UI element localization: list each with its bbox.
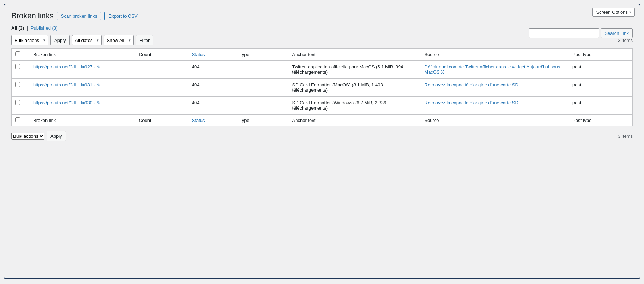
top-apply-button[interactable]: Apply <box>50 35 70 45</box>
row-checkbox[interactable] <box>15 82 20 87</box>
broken-links-table: Broken link Count Status Type Anchor tex… <box>12 49 632 126</box>
broken-link-anchor[interactable]: https://protuts.net/?dl_id=930 - <box>33 100 95 105</box>
source-cell: Retrouvez la capacité d'origine d'une ca… <box>421 97 569 115</box>
post-type-footer: Post type <box>569 115 632 126</box>
broken-link-anchor[interactable]: https://protuts.net/?dl_id=927 - <box>33 64 95 69</box>
broken-link-cell: https://protuts.net/?dl_id=931 - ✎ <box>30 79 135 97</box>
post-type-cell: post <box>569 61 632 79</box>
post-type-cell: post <box>569 97 632 115</box>
table-header-row: Broken link Count Status Type Anchor tex… <box>12 49 632 61</box>
items-count-top: 3 items <box>618 38 633 43</box>
page-container: Screen Options ▾ Broken links Scan broke… <box>4 4 640 279</box>
export-to-csv-button[interactable]: Export to CSV <box>104 12 141 20</box>
all-filter-link[interactable]: All (3) <box>11 25 25 31</box>
page-header: Broken links Scan broken links Export to… <box>11 11 633 20</box>
screen-options-label: Screen Options <box>596 10 628 15</box>
anchor-text-cell: Twitter, application officielle pour Mac… <box>289 61 421 79</box>
select-all-footer-checkbox[interactable] <box>15 117 20 122</box>
show-all-select[interactable]: Show All <box>104 35 134 45</box>
broken-link-anchor[interactable]: https://protuts.net/?dl_id=931 - <box>33 82 95 87</box>
anchor-text-header: Anchor text <box>289 49 421 61</box>
count-header: Count <box>135 49 188 61</box>
search-input[interactable] <box>529 28 599 38</box>
filter-button[interactable]: Filter <box>136 35 154 45</box>
edit-link-icon[interactable]: ✎ <box>96 82 101 87</box>
status-header[interactable]: Status <box>188 49 236 61</box>
edit-link-icon[interactable]: ✎ <box>96 100 101 105</box>
published-filter-link[interactable]: Published (3) <box>31 25 58 31</box>
all-dates-select[interactable]: All dates <box>72 35 102 45</box>
status-cell: 404 <box>188 97 236 115</box>
bottom-apply-button[interactable]: Apply <box>47 131 66 141</box>
type-footer: Type <box>236 115 289 126</box>
count-footer: Count <box>135 115 188 126</box>
broken-link-cell: https://protuts.net/?dl_id=927 - ✎ <box>30 61 135 79</box>
bottom-toolbar: Bulk actions ▾ Apply 3 items <box>11 131 633 141</box>
source-footer: Source <box>421 115 569 126</box>
type-cell <box>236 61 289 79</box>
scan-broken-links-button[interactable]: Scan broken links <box>57 12 101 20</box>
select-all-footer-th <box>12 115 30 126</box>
type-cell <box>236 97 289 115</box>
all-dates-wrap: All dates ▾ <box>72 35 102 45</box>
anchor-text-cell: SD Card Formatter (MacOS) (3.1 MiB, 1,40… <box>289 79 421 97</box>
count-cell <box>135 61 188 79</box>
source-link[interactable]: Retrouvez la capacité d'origine d'une ca… <box>424 100 518 105</box>
type-header: Type <box>236 49 289 61</box>
type-cell <box>236 79 289 97</box>
search-link-button[interactable]: Search Link <box>601 28 633 38</box>
source-link[interactable]: Retrouvez la capacité d'origine d'une ca… <box>424 82 518 87</box>
bottom-bulk-actions-select[interactable]: Bulk actions <box>11 133 44 140</box>
source-cell: Retrouvez la capacité d'origine d'une ca… <box>421 79 569 97</box>
show-all-wrap: Show All ▾ <box>104 35 134 45</box>
bottom-bulk-actions-wrap: Bulk actions ▾ <box>11 133 44 140</box>
table-row: https://protuts.net/?dl_id=930 - ✎404SD … <box>12 97 632 115</box>
bulk-actions-select[interactable]: Bulk actions <box>11 35 48 45</box>
post-type-cell: post <box>569 79 632 97</box>
bulk-actions-wrap: Bulk actions ▾ <box>11 35 48 45</box>
status-footer[interactable]: Status <box>188 115 236 126</box>
sep: | <box>27 25 28 31</box>
row-checkbox[interactable] <box>15 100 20 105</box>
broken-links-table-wrap: Broken link Count Status Type Anchor tex… <box>11 48 633 126</box>
table-row: https://protuts.net/?dl_id=927 - ✎404Twi… <box>12 61 632 79</box>
page-title: Broken links <box>11 11 54 20</box>
post-type-header: Post type <box>569 49 632 61</box>
screen-options-button[interactable]: Screen Options ▾ <box>592 8 635 17</box>
broken-link-footer: Broken link <box>30 115 135 126</box>
status-cell: 404 <box>188 79 236 97</box>
broken-link-cell: https://protuts.net/?dl_id=930 - ✎ <box>30 97 135 115</box>
status-cell: 404 <box>188 61 236 79</box>
table-row: https://protuts.net/?dl_id=931 - ✎404SD … <box>12 79 632 97</box>
table-footer-row: Broken link Count Status Type Anchor tex… <box>12 115 632 126</box>
select-all-checkbox[interactable] <box>15 51 20 56</box>
anchor-text-footer: Anchor text <box>289 115 421 126</box>
count-cell <box>135 79 188 97</box>
broken-link-header: Broken link <box>30 49 135 61</box>
screen-options-chevron-icon: ▾ <box>629 10 631 14</box>
row-checkbox[interactable] <box>15 64 20 69</box>
edit-link-icon[interactable]: ✎ <box>96 64 101 69</box>
search-bar: Search Link <box>529 28 633 38</box>
count-cell <box>135 97 188 115</box>
select-all-th <box>12 49 30 61</box>
source-cell: Définir quel compte Twitter afficher dan… <box>421 61 569 79</box>
items-count-bottom: 3 items <box>618 134 633 139</box>
source-link[interactable]: Définir quel compte Twitter afficher dan… <box>424 64 560 75</box>
anchor-text-cell: SD Card Formatter (Windows) (6.7 MiB, 2,… <box>289 97 421 115</box>
source-header: Source <box>421 49 569 61</box>
